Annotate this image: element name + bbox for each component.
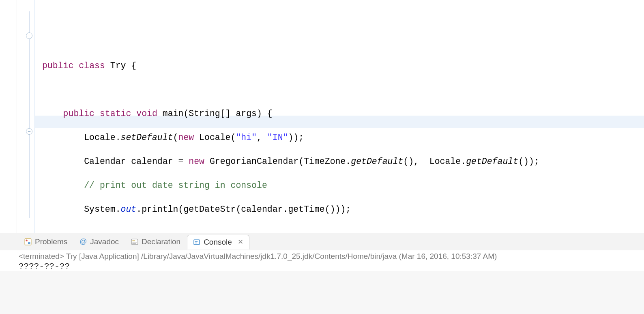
tab-label: Javadoc xyxy=(90,237,119,246)
tab-label: Declaration xyxy=(142,237,180,246)
svg-rect-2 xyxy=(28,242,30,244)
tab-javadoc[interactable]: @ Javadoc xyxy=(74,235,125,249)
code-line: public class Try { xyxy=(35,60,644,72)
svg-rect-9 xyxy=(195,241,198,241)
code-line: public static void main(String[] args) { xyxy=(35,108,644,120)
tab-console[interactable]: Console ✕ xyxy=(187,235,249,249)
code-line: System.out.println(getDateStr(calendar.g… xyxy=(35,204,644,216)
fold-toggle-icon[interactable]: − xyxy=(26,128,32,135)
code-line xyxy=(35,228,644,233)
svg-rect-6 xyxy=(132,243,136,244)
svg-rect-8 xyxy=(194,240,199,244)
tab-declaration[interactable]: Declaration xyxy=(125,235,186,249)
code-area[interactable]: public class Try { public static void ma… xyxy=(35,0,644,233)
svg-rect-10 xyxy=(195,243,197,243)
code-line: // print out date string in console xyxy=(35,180,644,192)
editor-pane: − − public class Try { public static voi… xyxy=(0,0,644,233)
tab-label: Problems xyxy=(35,237,67,246)
tab-problems[interactable]: Problems xyxy=(19,235,73,249)
code-line: Locale.setDefault(new Locale("hi", "IN")… xyxy=(35,132,644,144)
fold-ruler: − − xyxy=(24,0,35,233)
fold-toggle-icon[interactable]: − xyxy=(26,32,32,39)
console-body: <terminated> Try [Java Application] /Lib… xyxy=(0,250,644,271)
left-gutter xyxy=(0,0,17,233)
scope-bar xyxy=(29,11,30,218)
console-output[interactable]: ????-??-?? xyxy=(19,262,644,271)
console-icon xyxy=(193,239,200,246)
bottom-panel: Problems @ Javadoc Declaration Console ✕… xyxy=(0,233,644,314)
svg-rect-5 xyxy=(132,242,137,243)
javadoc-icon: @ xyxy=(79,238,87,245)
console-status: <terminated> Try [Java Application] /Lib… xyxy=(19,252,644,261)
svg-rect-4 xyxy=(132,240,135,241)
svg-point-1 xyxy=(26,239,28,241)
tab-label: Console xyxy=(204,238,232,247)
close-icon[interactable]: ✕ xyxy=(238,238,243,246)
declaration-icon xyxy=(131,238,138,245)
code-line xyxy=(35,84,644,96)
marker-ruler xyxy=(17,0,24,233)
code-line: Calendar calendar = new GregorianCalenda… xyxy=(35,156,644,168)
problems-icon xyxy=(24,238,32,245)
tabs-row: Problems @ Javadoc Declaration Console ✕ xyxy=(0,233,644,250)
